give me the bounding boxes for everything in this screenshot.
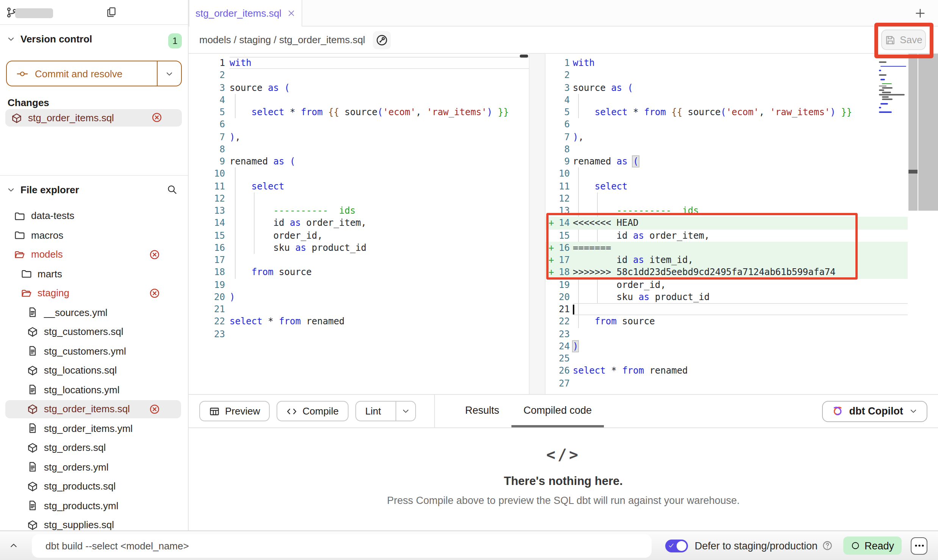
file-tree-item-stg-customers-sql[interactable]: stg_customers.sql <box>0 322 188 341</box>
tab-compiled-code[interactable]: Compiled code <box>511 395 604 427</box>
code-pane-right[interactable]: 1with23source as (45 select * from {{ so… <box>546 54 908 394</box>
code-line-11[interactable]: 11 select <box>189 180 529 192</box>
file-tree-item-stg-products-yml[interactable]: stg_products.yml <box>0 496 188 515</box>
copy-icon[interactable] <box>106 7 117 17</box>
close-icon[interactable] <box>287 9 295 17</box>
defer-toggle[interactable] <box>665 539 688 552</box>
new-tab-button[interactable] <box>915 7 926 19</box>
code-line-18[interactable]: 18 from source <box>189 266 529 279</box>
file-tree-item-models[interactable]: models <box>0 245 188 264</box>
code-line-8[interactable]: 8 <box>189 143 529 156</box>
file-tree-item-macros[interactable]: macros <box>0 225 188 245</box>
more-options-button[interactable] <box>911 537 927 554</box>
code-line-12[interactable]: 12 <box>189 192 529 205</box>
discard-changes-icon[interactable] <box>149 249 160 260</box>
code-line-24[interactable]: 24) <box>546 340 908 353</box>
code-line-3[interactable]: 3source as ( <box>546 81 908 94</box>
code-line-14[interactable]: +14<<<<<<< HEAD <box>546 217 908 230</box>
code-line-19[interactable]: 19 order_id, <box>546 278 908 291</box>
minimap[interactable] <box>879 57 906 116</box>
code-line-7[interactable]: 7), <box>189 131 529 143</box>
code-line-4[interactable]: 4 <box>189 94 529 106</box>
code-line-14[interactable]: 14 id as order_item, <box>189 217 529 230</box>
code-line-19[interactable]: 19 <box>189 278 529 291</box>
file-tree-item-stg-locations-yml[interactable]: stg_locations.yml <box>0 380 188 399</box>
save-button[interactable]: Save <box>881 30 926 50</box>
code-pane-left[interactable]: 1with23source as (45 select * from {{ so… <box>189 54 529 394</box>
dbt-copilot-button[interactable]: dbt Copilot <box>822 400 927 422</box>
code-line-8[interactable]: 8 <box>546 143 908 156</box>
file-tree-item-stg-order-items-yml[interactable]: stg_order_items.yml <box>0 419 188 438</box>
lint-split-button[interactable]: Lint <box>355 401 416 421</box>
code-line-17[interactable]: +17 id as item_id, <box>546 254 908 266</box>
discard-changes-icon[interactable] <box>149 404 160 415</box>
chevron-up-icon[interactable] <box>9 541 18 550</box>
code-line-10[interactable]: 10 <box>189 168 529 180</box>
code-line-23[interactable]: 23 <box>189 328 529 340</box>
file-tree-item-stg-locations-sql[interactable]: stg_locations.sql <box>0 361 188 380</box>
code-line-9[interactable]: 9renamed as ( <box>189 155 529 168</box>
discard-changes-icon[interactable] <box>149 288 160 299</box>
file-tree-item-stg-customers-yml[interactable]: stg_customers.yml <box>0 341 188 361</box>
code-line-15[interactable]: 15 order_id, <box>189 229 529 242</box>
left-pane-scrollbar-thumb[interactable] <box>520 55 528 58</box>
commit-dropdown-button[interactable] <box>157 61 181 86</box>
code-line-9[interactable]: 9renamed as ( <box>546 155 908 168</box>
file-tree-item-staging[interactable]: staging <box>0 283 188 303</box>
code-line-4[interactable]: 4 <box>546 94 908 106</box>
editor-scrollbar[interactable] <box>908 54 918 211</box>
code-line-12[interactable]: 12 <box>546 192 908 205</box>
code-line-17[interactable]: 17 <box>189 254 529 266</box>
code-line-15[interactable]: 15 id as order_item, <box>546 229 908 242</box>
file-explorer-header[interactable]: File explorer <box>7 184 79 196</box>
scrollbar-thumb[interactable] <box>908 170 918 174</box>
code-line-2[interactable]: 2 <box>546 69 908 82</box>
code-line-25[interactable]: 25 <box>546 352 908 365</box>
code-line-16[interactable]: 16 sku as product_id <box>189 242 529 254</box>
code-line-23[interactable]: 23 <box>546 328 908 340</box>
code-line-22[interactable]: 22select * from renamed <box>189 316 529 328</box>
file-tree-item-stg-orders-sql[interactable]: stg_orders.sql <box>0 438 188 457</box>
commit-and-resolve-button[interactable]: Commit and resolve <box>6 61 182 86</box>
code-line-22[interactable]: 22 from source <box>546 316 908 328</box>
code-line-16[interactable]: +16======= <box>546 242 908 254</box>
code-line-1[interactable]: 1with <box>189 57 529 69</box>
file-tree-item-stg-order-items-sql[interactable]: stg_order_items.sql <box>0 399 188 419</box>
command-input[interactable] <box>32 534 652 557</box>
file-tree-item-data-tests[interactable]: data-tests <box>0 206 188 225</box>
changed-file-item[interactable]: stg_order_items.sql <box>5 109 182 127</box>
code-line-10[interactable]: 10 <box>546 168 908 180</box>
code-line-5[interactable]: 5 select * from {{ source('ecom', 'raw_i… <box>189 106 529 119</box>
tab-stg-order-items[interactable]: stg_order_items.sql (last c... <box>189 0 302 27</box>
search-icon[interactable] <box>167 184 177 195</box>
code-line-21[interactable]: 21 <box>546 303 908 316</box>
code-line-13[interactable]: 13 ---------- ids <box>546 205 908 217</box>
code-line-5[interactable]: 5 select * from {{ source('ecom', 'raw_i… <box>546 106 908 119</box>
code-line-3[interactable]: 3source as ( <box>189 81 529 94</box>
code-line-21[interactable]: 21 <box>189 303 529 316</box>
code-line-6[interactable]: 6 <box>189 119 529 131</box>
window-scrollbar[interactable] <box>918 54 938 211</box>
code-line-7[interactable]: 7), <box>546 131 908 143</box>
tab-results[interactable]: Results <box>453 395 511 427</box>
file-tree-item-stg-supplies-sql[interactable]: stg_supplies.sql <box>0 515 188 530</box>
code-line-20[interactable]: 20 sku as product_id <box>546 291 908 303</box>
code-line-13[interactable]: 13 ---------- ids <box>189 205 529 217</box>
code-line-6[interactable]: 6 <box>546 119 908 131</box>
version-control-header[interactable]: Version control <box>7 33 92 45</box>
file-tree-item-stg-orders-yml[interactable]: stg_orders.yml <box>0 457 188 477</box>
preview-button[interactable]: Preview <box>199 401 270 421</box>
code-line-2[interactable]: 2 <box>189 69 529 82</box>
code-line-27[interactable]: 27 <box>546 377 908 389</box>
code-line-18[interactable]: +18>>>>>>> 58c1dd23d5eebd9cd2495fa7124ab… <box>546 266 908 279</box>
lint-dropdown-button[interactable] <box>396 402 415 421</box>
file-tree-item-marts[interactable]: marts <box>0 264 188 283</box>
code-line-11[interactable]: 11 select <box>546 180 908 192</box>
file-tree-item--sources-yml[interactable]: __sources.yml <box>0 303 188 322</box>
code-line-1[interactable]: 1with <box>546 57 908 69</box>
code-line-26[interactable]: 26select * from renamed <box>546 365 908 377</box>
code-line-20[interactable]: 20) <box>189 291 529 303</box>
discard-changes-icon[interactable] <box>152 112 162 123</box>
file-tree-item-stg-products-sql[interactable]: stg_products.sql <box>0 477 188 496</box>
help-icon[interactable] <box>822 540 833 551</box>
